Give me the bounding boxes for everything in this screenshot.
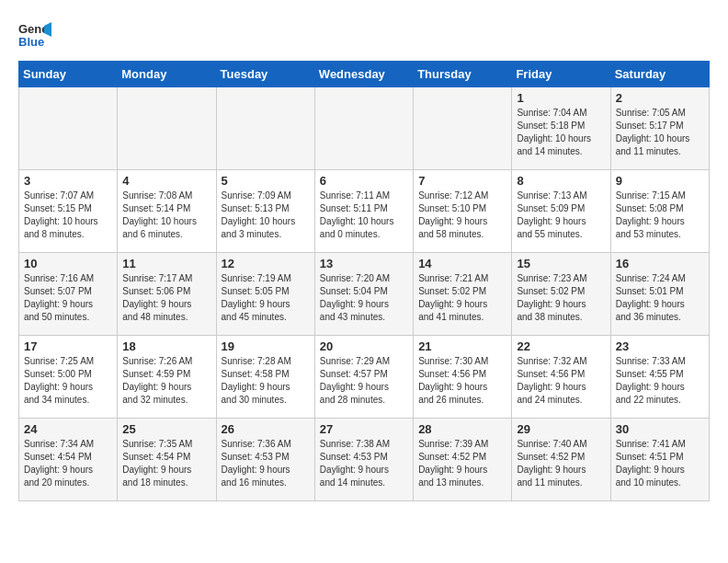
day-info: Sunrise: 7:26 AM Sunset: 4:59 PM Dayligh… <box>122 355 210 407</box>
calendar-cell <box>314 87 413 170</box>
svg-text:Blue: Blue <box>18 35 44 49</box>
day-info: Sunrise: 7:41 AM Sunset: 4:51 PM Dayligh… <box>616 438 704 489</box>
weekday-header-monday: Monday <box>118 62 216 87</box>
day-number: 29 <box>517 422 605 436</box>
day-number: 9 <box>616 174 704 188</box>
calendar-cell: 13Sunrise: 7:20 AM Sunset: 5:04 PM Dayli… <box>314 253 413 336</box>
day-info: Sunrise: 7:29 AM Sunset: 4:57 PM Dayligh… <box>320 355 408 407</box>
calendar-cell: 12Sunrise: 7:19 AM Sunset: 5:05 PM Dayli… <box>216 253 314 336</box>
day-number: 17 <box>24 339 112 353</box>
day-info: Sunrise: 7:09 AM Sunset: 5:13 PM Dayligh… <box>222 190 310 241</box>
day-number: 11 <box>122 257 210 270</box>
calendar-cell: 9Sunrise: 7:15 AM Sunset: 5:08 PM Daylig… <box>610 170 709 253</box>
calendar-cell: 22Sunrise: 7:32 AM Sunset: 4:56 PM Dayli… <box>512 336 610 419</box>
day-info: Sunrise: 7:35 AM Sunset: 4:54 PM Dayligh… <box>122 438 210 489</box>
day-info: Sunrise: 7:04 AM Sunset: 5:18 PM Dayligh… <box>517 107 605 158</box>
day-info: Sunrise: 7:17 AM Sunset: 5:06 PM Dayligh… <box>122 272 210 324</box>
calendar-cell: 21Sunrise: 7:30 AM Sunset: 4:56 PM Dayli… <box>414 336 512 419</box>
day-number: 13 <box>320 257 408 270</box>
calendar-cell: 27Sunrise: 7:38 AM Sunset: 4:53 PM Dayli… <box>314 419 413 501</box>
day-info: Sunrise: 7:25 AM Sunset: 5:00 PM Dayligh… <box>24 355 112 407</box>
day-info: Sunrise: 7:13 AM Sunset: 5:09 PM Dayligh… <box>517 190 605 241</box>
calendar-cell: 24Sunrise: 7:34 AM Sunset: 4:54 PM Dayli… <box>19 419 118 501</box>
day-number: 16 <box>616 257 704 270</box>
calendar-cell: 15Sunrise: 7:23 AM Sunset: 5:02 PM Dayli… <box>512 253 610 336</box>
calendar-cell <box>118 87 216 170</box>
calendar-cell: 19Sunrise: 7:28 AM Sunset: 4:58 PM Dayli… <box>216 336 314 419</box>
calendar-cell: 25Sunrise: 7:35 AM Sunset: 4:54 PM Dayli… <box>118 419 216 501</box>
calendar-cell: 14Sunrise: 7:21 AM Sunset: 5:02 PM Dayli… <box>414 253 512 336</box>
calendar-cell: 4Sunrise: 7:08 AM Sunset: 5:14 PM Daylig… <box>118 170 216 253</box>
logo: General Blue <box>18 18 55 52</box>
calendar-cell: 16Sunrise: 7:24 AM Sunset: 5:01 PM Dayli… <box>610 253 709 336</box>
day-number: 26 <box>222 422 310 436</box>
calendar-cell: 10Sunrise: 7:16 AM Sunset: 5:07 PM Dayli… <box>19 253 118 336</box>
day-number: 23 <box>616 339 704 353</box>
day-info: Sunrise: 7:15 AM Sunset: 5:08 PM Dayligh… <box>616 190 704 241</box>
calendar-table: SundayMondayTuesdayWednesdayThursdayFrid… <box>18 61 710 501</box>
day-number: 1 <box>517 91 605 105</box>
day-info: Sunrise: 7:38 AM Sunset: 4:53 PM Dayligh… <box>320 438 408 489</box>
calendar-cell: 28Sunrise: 7:39 AM Sunset: 4:52 PM Dayli… <box>414 419 512 501</box>
day-number: 28 <box>418 422 506 436</box>
day-info: Sunrise: 7:24 AM Sunset: 5:01 PM Dayligh… <box>616 272 704 324</box>
day-info: Sunrise: 7:23 AM Sunset: 5:02 PM Dayligh… <box>517 272 605 324</box>
calendar-cell <box>414 87 512 170</box>
calendar-cell: 6Sunrise: 7:11 AM Sunset: 5:11 PM Daylig… <box>314 170 413 253</box>
weekday-header-friday: Friday <box>512 62 610 87</box>
calendar-cell: 2Sunrise: 7:05 AM Sunset: 5:17 PM Daylig… <box>610 87 709 170</box>
day-number: 27 <box>320 422 408 436</box>
calendar-cell: 5Sunrise: 7:09 AM Sunset: 5:13 PM Daylig… <box>216 170 314 253</box>
day-info: Sunrise: 7:05 AM Sunset: 5:17 PM Dayligh… <box>616 107 704 158</box>
calendar-cell: 20Sunrise: 7:29 AM Sunset: 4:57 PM Dayli… <box>314 336 413 419</box>
day-number: 8 <box>517 174 605 188</box>
day-number: 2 <box>616 91 704 105</box>
day-number: 30 <box>616 422 704 436</box>
day-number: 5 <box>222 174 310 188</box>
calendar-cell <box>19 87 118 170</box>
day-number: 14 <box>418 257 506 270</box>
day-number: 22 <box>517 339 605 353</box>
day-info: Sunrise: 7:16 AM Sunset: 5:07 PM Dayligh… <box>24 272 112 324</box>
day-info: Sunrise: 7:12 AM Sunset: 5:10 PM Dayligh… <box>418 190 506 241</box>
calendar-cell: 26Sunrise: 7:36 AM Sunset: 4:53 PM Dayli… <box>216 419 314 501</box>
calendar-cell: 7Sunrise: 7:12 AM Sunset: 5:10 PM Daylig… <box>414 170 512 253</box>
day-info: Sunrise: 7:36 AM Sunset: 4:53 PM Dayligh… <box>222 438 310 489</box>
calendar-cell: 30Sunrise: 7:41 AM Sunset: 4:51 PM Dayli… <box>610 419 709 501</box>
calendar-cell: 3Sunrise: 7:07 AM Sunset: 5:15 PM Daylig… <box>19 170 118 253</box>
day-info: Sunrise: 7:40 AM Sunset: 4:52 PM Dayligh… <box>517 438 605 489</box>
day-number: 20 <box>320 339 408 353</box>
weekday-header-thursday: Thursday <box>414 62 512 87</box>
calendar-cell: 23Sunrise: 7:33 AM Sunset: 4:55 PM Dayli… <box>610 336 709 419</box>
day-info: Sunrise: 7:39 AM Sunset: 4:52 PM Dayligh… <box>418 438 506 489</box>
day-info: Sunrise: 7:11 AM Sunset: 5:11 PM Dayligh… <box>320 190 408 241</box>
day-number: 7 <box>418 174 506 188</box>
page-header: General Blue <box>18 18 710 52</box>
calendar-cell: 17Sunrise: 7:25 AM Sunset: 5:00 PM Dayli… <box>19 336 118 419</box>
day-info: Sunrise: 7:08 AM Sunset: 5:14 PM Dayligh… <box>122 190 210 241</box>
logo-icon: General Blue <box>18 18 51 52</box>
calendar-cell <box>216 87 314 170</box>
calendar-cell: 1Sunrise: 7:04 AM Sunset: 5:18 PM Daylig… <box>512 87 610 170</box>
weekday-header-wednesday: Wednesday <box>314 62 413 87</box>
calendar-cell: 29Sunrise: 7:40 AM Sunset: 4:52 PM Dayli… <box>512 419 610 501</box>
calendar-cell: 11Sunrise: 7:17 AM Sunset: 5:06 PM Dayli… <box>118 253 216 336</box>
day-info: Sunrise: 7:30 AM Sunset: 4:56 PM Dayligh… <box>418 355 506 407</box>
day-number: 25 <box>122 422 210 436</box>
day-number: 12 <box>222 257 310 270</box>
weekday-header-sunday: Sunday <box>19 62 118 87</box>
day-number: 24 <box>24 422 112 436</box>
day-info: Sunrise: 7:07 AM Sunset: 5:15 PM Dayligh… <box>24 190 112 241</box>
day-number: 15 <box>517 257 605 270</box>
day-info: Sunrise: 7:32 AM Sunset: 4:56 PM Dayligh… <box>517 355 605 407</box>
day-info: Sunrise: 7:33 AM Sunset: 4:55 PM Dayligh… <box>616 355 704 407</box>
day-number: 21 <box>418 339 506 353</box>
day-info: Sunrise: 7:28 AM Sunset: 4:58 PM Dayligh… <box>222 355 310 407</box>
day-number: 6 <box>320 174 408 188</box>
day-number: 18 <box>122 339 210 353</box>
calendar-cell: 8Sunrise: 7:13 AM Sunset: 5:09 PM Daylig… <box>512 170 610 253</box>
day-info: Sunrise: 7:20 AM Sunset: 5:04 PM Dayligh… <box>320 272 408 324</box>
calendar-cell: 18Sunrise: 7:26 AM Sunset: 4:59 PM Dayli… <box>118 336 216 419</box>
day-number: 10 <box>24 257 112 270</box>
day-number: 3 <box>24 174 112 188</box>
